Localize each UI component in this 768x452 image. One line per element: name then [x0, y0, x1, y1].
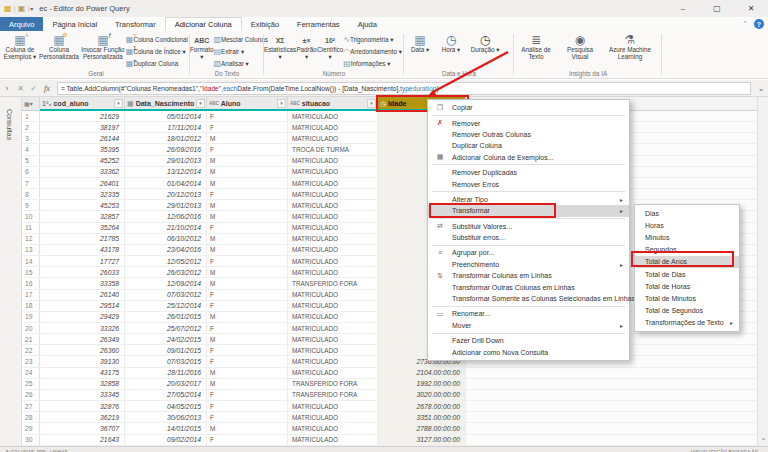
- menu-item-remover-duplicadas[interactable]: Remover Duplicadas: [428, 167, 629, 178]
- cell[interactable]: 45252: [40, 156, 125, 166]
- cell[interactable]: 21629: [40, 111, 125, 121]
- cell[interactable]: MATRICULADO: [288, 133, 378, 143]
- cell[interactable]: 30/06/2013: [125, 412, 207, 422]
- cell[interactable]: 26144: [40, 133, 125, 143]
- cell[interactable]: 26349: [40, 334, 125, 344]
- duracao-button[interactable]: ◷Duração ▾: [466, 33, 504, 71]
- cell[interactable]: 26140: [40, 290, 125, 300]
- duplicar-coluna-button[interactable]: ▦+Duplicar Coluna: [126, 57, 188, 69]
- cell[interactable]: M: [207, 334, 288, 344]
- trigonometria-button[interactable]: ∿Trigonometria ▾: [343, 33, 402, 45]
- cell[interactable]: MATRICULADO: [288, 435, 378, 445]
- cell[interactable]: M: [207, 278, 288, 288]
- cell[interactable]: M: [207, 167, 288, 177]
- cell[interactable]: 26033: [40, 267, 125, 277]
- cell[interactable]: 3020.00:00:00: [378, 390, 466, 400]
- cell[interactable]: 4: [22, 144, 40, 154]
- cell[interactable]: 8: [22, 189, 40, 199]
- submenu-item-segundos[interactable]: Segundos: [635, 244, 739, 256]
- cell[interactable]: M: [207, 234, 288, 244]
- cell[interactable]: F: [207, 290, 288, 300]
- cell[interactable]: 29/01/2013: [125, 200, 207, 210]
- save-icon[interactable]: ▣: [18, 5, 26, 13]
- customize-toolbar-icon[interactable]: ᎒▾: [27, 5, 33, 13]
- cell[interactable]: 36707: [40, 423, 125, 433]
- menu-item-renomear[interactable]: ▭Renomear...: [428, 308, 629, 319]
- cell[interactable]: 07/03/2012: [125, 290, 207, 300]
- cell[interactable]: F: [207, 401, 288, 411]
- cell[interactable]: 17/11/2014: [125, 122, 207, 132]
- cell[interactable]: MATRICULADO: [288, 245, 378, 255]
- menu-item-substituir-valores[interactable]: ⇄Substituir Valores...: [428, 221, 629, 232]
- estatisticas-button[interactable]: ΧΣEstatísticas ▾: [264, 33, 296, 71]
- cell[interactable]: TROCA DE TURMA: [288, 144, 378, 154]
- cell[interactable]: 5: [22, 156, 40, 166]
- cell[interactable]: MATRICULADO: [288, 301, 378, 311]
- table-row[interactable]: 43539526/09/2016FTROCA DE TURMA: [22, 144, 757, 155]
- cell[interactable]: 2: [22, 122, 40, 132]
- cell[interactable]: 07/03/2015: [125, 356, 207, 366]
- cell[interactable]: MATRICULADO: [288, 290, 378, 300]
- cancel-formula-icon[interactable]: ✕: [14, 84, 27, 93]
- analise-de-texto-button[interactable]: ≣Análise de Texto: [514, 33, 558, 71]
- table-row[interactable]: 273287604/05/2015FMATRICULADO2678.00:00:…: [22, 401, 757, 412]
- cell[interactable]: M: [207, 245, 288, 255]
- table-row[interactable]: 302164309/02/2014FMATRICULADO3127.00:00:…: [22, 435, 757, 446]
- coluna-personalizada-button[interactable]: ▦⚙Coluna Personalizada: [38, 33, 80, 71]
- cell[interactable]: MATRICULADO: [288, 401, 378, 411]
- cell[interactable]: 26/03/2012: [125, 267, 207, 277]
- filter-dropdown-icon[interactable]: ▾: [277, 99, 286, 108]
- cell[interactable]: 33362: [40, 167, 125, 177]
- table-row[interactable]: 212634924/02/2015MMATRICULADO: [22, 334, 757, 345]
- formula-input[interactable]: = Table.AddColumn(#"Colunas Renomeadas1"…: [57, 82, 751, 95]
- maximize-button[interactable]: ▢: [700, 0, 734, 17]
- analisar-button[interactable]: ▧Analisar ▾: [213, 57, 267, 69]
- cell[interactable]: 26: [22, 390, 40, 400]
- cell[interactable]: 38197: [40, 122, 125, 132]
- table-row[interactable]: 72640101/04/2014MMATRICULADO: [22, 178, 757, 189]
- table-row[interactable]: 222636009/01/2015FMATRICULADO: [22, 345, 757, 356]
- cell[interactable]: F: [207, 412, 288, 422]
- cell[interactable]: 35264: [40, 223, 125, 233]
- tab-ajuda[interactable]: Ajuda: [349, 17, 386, 31]
- submenu-item-total-de-dias[interactable]: Total de Dias: [635, 268, 739, 280]
- cell[interactable]: 1992.00:00:00: [378, 379, 466, 389]
- collapse-ribbon-icon[interactable]: ⌃: [742, 20, 748, 28]
- tab-arquivo[interactable]: Arquivo: [0, 17, 43, 31]
- cell[interactable]: 27/05/2014: [125, 390, 207, 400]
- table-row[interactable]: 233913007/03/2015FMATRICULADO2736.00:00:…: [22, 356, 757, 367]
- cell[interactable]: 3: [22, 133, 40, 143]
- submenu-item-transformacoes-de-texto[interactable]: Transformações de Texto▸: [635, 317, 739, 329]
- submenu-item-minutos[interactable]: Minutos: [635, 231, 739, 243]
- close-button[interactable]: ✕: [734, 0, 768, 17]
- cell[interactable]: MATRICULADO: [288, 323, 378, 333]
- cell[interactable]: 25/12/2014: [125, 301, 207, 311]
- cell[interactable]: M: [207, 379, 288, 389]
- cell[interactable]: MATRICULADO: [288, 312, 378, 322]
- cell[interactable]: M: [207, 267, 288, 277]
- cell[interactable]: 35395: [40, 144, 125, 154]
- cell[interactable]: 3351.00:00:00: [378, 412, 466, 422]
- cell[interactable]: 36219: [40, 412, 125, 422]
- cell[interactable]: MATRICULADO: [288, 345, 378, 355]
- formato-button[interactable]: ABCFormato ▾: [190, 33, 213, 71]
- cell[interactable]: F: [207, 122, 288, 132]
- cell[interactable]: 43175: [40, 368, 125, 378]
- filter-dropdown-icon[interactable]: ▾: [114, 99, 123, 108]
- cell[interactable]: M: [207, 312, 288, 322]
- cell[interactable]: 25/07/2012: [125, 323, 207, 333]
- arredondamento-button[interactable]: ◠Arredondamento ▾: [343, 45, 402, 57]
- cell[interactable]: 14: [22, 256, 40, 266]
- cell[interactable]: 23: [22, 356, 40, 366]
- submenu-item-dias[interactable]: Dias: [635, 207, 739, 219]
- table-row[interactable]: 283621930/06/2013FMATRICULADO3351.00:00:…: [22, 412, 757, 423]
- table-row[interactable]: 253285820/03/2017MTRANSFERIDO FORA1992.0…: [22, 379, 757, 390]
- cell[interactable]: 28/11/2016: [125, 368, 207, 378]
- menu-item-transformar-somente-as-colunas-selecionadas-em-linhas[interactable]: Transformar Somente as Colunas Seleciona…: [428, 293, 629, 304]
- menu-item-copiar[interactable]: ❐Copiar: [428, 102, 629, 113]
- menu-item-preenchimento[interactable]: Preenchimento▸: [428, 259, 629, 270]
- cell[interactable]: 21785: [40, 234, 125, 244]
- cell[interactable]: 32857: [40, 211, 125, 221]
- submenu-item-total-de-horas[interactable]: Total de Horas: [635, 280, 739, 292]
- table-row[interactable]: 32614418/01/2012MMATRICULADO: [22, 133, 757, 144]
